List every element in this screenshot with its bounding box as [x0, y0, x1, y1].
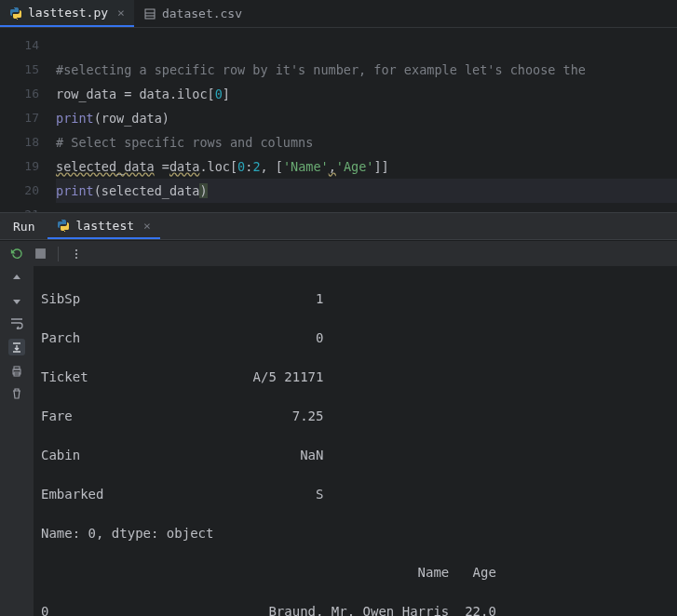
run-panel-label[interactable]: Run: [0, 220, 47, 234]
code-editor[interactable]: 14 15 16 17 18 19 20 21 #selecting a spe…: [0, 28, 677, 212]
trash-icon[interactable]: [10, 387, 23, 400]
console-line: SibSp 1: [41, 287, 670, 311]
line-number: 19: [0, 154, 56, 179]
python-file-icon: [57, 219, 70, 232]
run-tool-window-header: Run lasttest ×: [0, 212, 677, 240]
console-output[interactable]: SibSp 1 Parch 0 Ticket A/5 21171 Fare 7.…: [34, 266, 677, 616]
code-line: print(row_data): [56, 106, 677, 130]
code-line: print(selected_data): [56, 179, 677, 203]
tab-label: dataset.csv: [162, 7, 242, 20]
csv-file-icon: [143, 7, 156, 20]
line-number: 20: [0, 179, 56, 203]
console-line: Parch 0: [41, 326, 670, 350]
scroll-to-end-icon[interactable]: [8, 339, 25, 355]
close-icon[interactable]: ×: [117, 6, 125, 20]
console-line: Ticket A/5 21171: [41, 365, 670, 389]
code-line: row_data = data.iloc[0]: [56, 82, 677, 106]
console-line: Name Age: [41, 560, 670, 584]
line-number: 21: [0, 203, 56, 212]
down-arrow-icon[interactable]: [10, 294, 23, 307]
python-file-icon: [9, 7, 22, 20]
console-line: Fare 7.25: [41, 404, 670, 428]
svg-point-6: [75, 257, 77, 259]
code-line: [56, 33, 677, 58]
run-configuration-tab[interactable]: lasttest ×: [47, 213, 159, 239]
code-line: [56, 203, 677, 212]
console-side-toolbar: [0, 266, 34, 616]
line-number: 15: [0, 58, 56, 82]
line-number: 17: [0, 106, 56, 130]
console-line: Cabin NaN: [41, 443, 670, 467]
console-line: Name: 0, dtype: object: [41, 521, 670, 545]
rerun-icon[interactable]: [9, 247, 23, 261]
code-line: # Select specific rows and columns: [56, 130, 677, 154]
svg-point-4: [75, 249, 77, 251]
close-icon[interactable]: ×: [143, 219, 151, 233]
editor-tab-bar: lasttest.py × dataset.csv: [0, 0, 677, 28]
tab-lasttest-py[interactable]: lasttest.py ×: [0, 0, 134, 27]
console-line: 0 Braund, Mr. Owen Harris 22.0: [41, 599, 670, 616]
console-line: Embarked S: [41, 482, 670, 506]
tab-dataset-csv[interactable]: dataset.csv: [134, 0, 251, 27]
line-number: 18: [0, 130, 56, 154]
line-number: 14: [0, 33, 56, 58]
code-line: #selecting a specific row by it's number…: [56, 58, 677, 82]
line-number: 16: [0, 82, 56, 106]
svg-rect-0: [145, 9, 155, 19]
up-arrow-icon[interactable]: [10, 272, 23, 285]
line-number-gutter: 14 15 16 17 18 19 20 21: [0, 28, 56, 212]
more-icon[interactable]: [70, 248, 83, 261]
print-icon[interactable]: [10, 365, 23, 378]
svg-rect-3: [35, 248, 46, 259]
tab-label: lasttest.py: [28, 6, 108, 20]
svg-rect-8: [14, 367, 20, 369]
code-line: selected_data =data.loc[0:2, ['Name','Ag…: [56, 154, 677, 179]
separator: [58, 247, 59, 261]
soft-wrap-icon[interactable]: [9, 316, 24, 329]
code-content[interactable]: #selecting a specific row by it's number…: [56, 28, 677, 212]
svg-point-5: [75, 253, 77, 255]
run-tab-label: lasttest: [75, 219, 134, 233]
stop-icon[interactable]: [34, 248, 47, 260]
run-toolbar: [0, 240, 677, 266]
